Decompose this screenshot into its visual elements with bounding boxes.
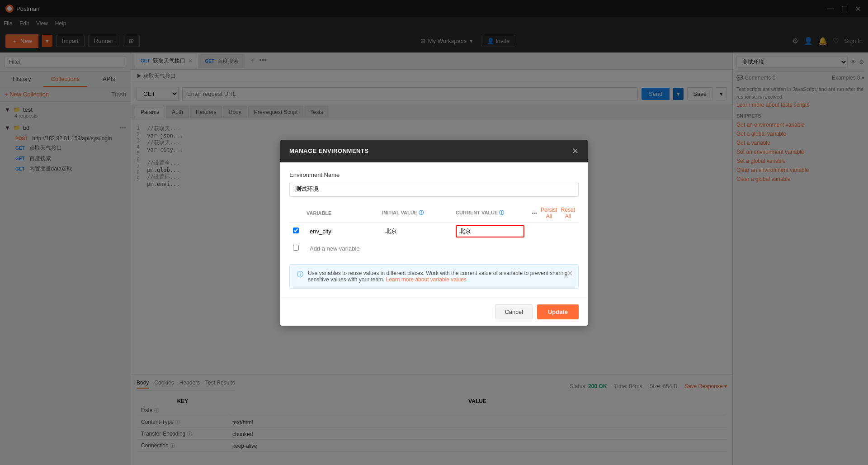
manage-environments-modal: MANAGE ENVIRONMENTS ✕ Environment Name V… bbox=[280, 140, 588, 326]
variable-checkbox-env-city[interactable] bbox=[293, 228, 299, 233]
modal-overlay: MANAGE ENVIRONMENTS ✕ Environment Name V… bbox=[0, 0, 868, 465]
new-var-actions-cell bbox=[528, 240, 579, 257]
reset-all-button[interactable]: Reset All bbox=[561, 207, 575, 219]
current-value-col-header: CURRENT VALUE ⓘ bbox=[452, 204, 528, 223]
actions-col-header: ••• Persist All Reset All bbox=[528, 204, 579, 223]
variable-row-env-city bbox=[289, 222, 579, 240]
modal-footer: Cancel Update bbox=[280, 298, 588, 326]
variables-table: VARIABLE INITIAL VALUE ⓘ CURRENT VALUE ⓘ… bbox=[289, 204, 579, 257]
modal-header: MANAGE ENVIRONMENTS ✕ bbox=[280, 140, 588, 162]
new-var-input-cell bbox=[303, 240, 528, 257]
close-banner-button[interactable]: ✕ bbox=[567, 269, 573, 278]
info-icon: ⓘ bbox=[297, 270, 303, 279]
variable-name-input[interactable] bbox=[307, 226, 375, 237]
modal-title: MANAGE ENVIRONMENTS bbox=[289, 147, 369, 154]
initial-value-input[interactable] bbox=[382, 226, 448, 237]
modal-body: Environment Name VARIABLE INITIAL VALUE … bbox=[280, 162, 588, 298]
new-variable-row bbox=[289, 240, 579, 257]
variable-checkbox-cell bbox=[289, 222, 303, 240]
info-banner-text: Use variables to reuse values in differe… bbox=[308, 270, 571, 283]
variable-actions-cell bbox=[528, 222, 579, 240]
initial-value-cell bbox=[378, 222, 452, 240]
update-button[interactable]: Update bbox=[537, 304, 579, 319]
variable-name-cell bbox=[303, 222, 378, 240]
checkbox-col-header bbox=[289, 204, 303, 223]
variable-col-header: VARIABLE bbox=[303, 204, 378, 223]
env-name-label: Environment Name bbox=[289, 171, 579, 178]
more-options-icon[interactable]: ••• bbox=[532, 210, 537, 216]
persist-all-button[interactable]: Persist All bbox=[541, 207, 557, 219]
learn-link-banner[interactable]: Learn more about variable values bbox=[386, 276, 467, 283]
new-var-checkbox-cell bbox=[289, 240, 303, 257]
new-var-checkbox[interactable] bbox=[293, 245, 299, 251]
current-value-cell bbox=[452, 222, 528, 240]
current-value-input[interactable] bbox=[456, 225, 524, 237]
modal-close-button[interactable]: ✕ bbox=[572, 146, 579, 156]
env-name-input[interactable] bbox=[289, 182, 579, 197]
cancel-button[interactable]: Cancel bbox=[495, 304, 532, 319]
table-header-row: VARIABLE INITIAL VALUE ⓘ CURRENT VALUE ⓘ… bbox=[289, 204, 579, 223]
new-variable-input[interactable] bbox=[307, 243, 524, 254]
info-banner: ⓘ Use variables to reuse values in diffe… bbox=[289, 264, 579, 289]
initial-value-col-header: INITIAL VALUE ⓘ bbox=[378, 204, 452, 223]
